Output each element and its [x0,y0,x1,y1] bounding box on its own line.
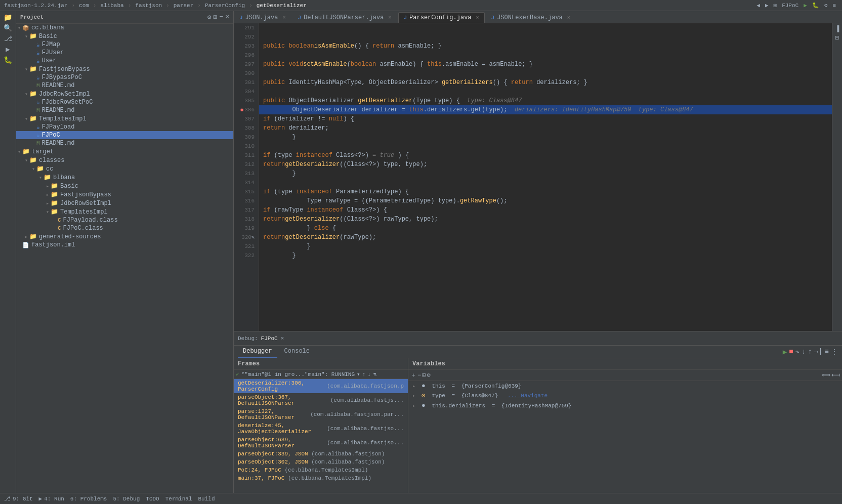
tree-arrow-generated-sources[interactable]: ▸ [23,234,29,240]
tree-item-templates-pkg[interactable]: ▾📁TemplatesImpl [16,207,233,216]
settings-icon[interactable]: ≡ [832,3,836,9]
code-line-312[interactable]: return getDeserializer((Class<?>) type, … [259,160,832,169]
tree-item-fjpoc[interactable]: ☕FJPoC [16,131,233,139]
var-arrow-v2[interactable]: ▸ [412,393,418,399]
git-status[interactable]: ⎇ 9: Git [4,495,33,502]
breakpoint-icon-386[interactable]: ● [239,106,244,114]
frame-item-f7[interactable]: parseObject:302, JSON (com.alibaba.fastj… [234,458,408,466]
code-line-318[interactable]: return getDeserializer((Class<?>) rawTyp… [259,215,832,224]
gutter-line-297[interactable]: 297 [234,60,259,69]
sidebar-close-icon[interactable]: × [225,13,229,21]
remove-watch-icon[interactable]: − [417,372,421,379]
tree-arrow-templates-pkg[interactable]: ▾ [45,209,51,215]
tree-item-cc-blbana[interactable]: ▾📦cc.blbana [16,24,233,32]
breadcrumb-parserconfig[interactable]: ParserConfig [205,3,245,9]
build-status[interactable]: Build [198,496,215,502]
gutter-line-319[interactable]: 319 [234,224,259,233]
copy-value-icon[interactable]: ⊞ [422,371,426,379]
tree-arrow-basic-pkg[interactable]: ▸ [45,183,51,189]
gutter-line-311[interactable]: 311 [234,151,259,160]
tree-arrow-classes[interactable]: ▾ [23,157,29,163]
gutter-line-308[interactable]: 308 [234,123,259,133]
code-line-321[interactable]: } [259,242,832,251]
gutter-line-312[interactable]: 312 [234,160,259,169]
code-line-305[interactable]: public ObjectDeserializer getDeserialize… [259,96,832,105]
gear-icon[interactable]: ⚙ [824,2,828,9]
run-icon2[interactable]: ▶ [6,45,10,54]
tree-item-fjpayload[interactable]: ☕FJPayload [16,123,233,131]
gutter-line-315[interactable]: 315 [234,187,259,196]
tree-item-readme1[interactable]: MREADME.md [16,81,233,90]
run-status[interactable]: ▶ 4: Run [39,495,64,502]
settings-watch-icon[interactable]: ⚙ [427,371,430,379]
tree-item-fjpoc-class[interactable]: CFJPoC.class [16,224,233,232]
todo-status[interactable]: TODO [146,496,159,502]
tree-item-fjdbcrowsetpoc[interactable]: ☕FJdbcRowSetPoC [16,98,233,106]
fold-icon[interactable]: ⊟ [835,34,839,42]
code-line-307[interactable]: if (derializer != null) { [259,114,832,123]
debug-icon[interactable]: 🐛 [812,2,819,9]
find-icon[interactable]: 🔍 [4,24,12,32]
debug-bar-title[interactable]: FJPoC [261,335,278,342]
gutter-line-304[interactable]: 304 [234,87,259,96]
gutter-line-305[interactable]: 305 [234,96,259,105]
sidebar-expand-icon[interactable]: ⊞ [214,13,218,21]
step-into-icon[interactable]: ↓ [802,348,806,356]
terminal-status[interactable]: Terminal [165,496,192,502]
tree-item-readme2[interactable]: MREADME.md [16,106,233,114]
expand-all-icon[interactable]: ⟺ [822,371,830,379]
gutter-line-316[interactable]: 316 [234,196,259,205]
gutter-line-300[interactable]: 300 [234,69,259,78]
code-line-386[interactable]: ObjectDeserializer derializer = this.der… [259,105,832,114]
sidebar-gear-icon[interactable]: ⚙ [207,13,212,21]
minimap-icon[interactable]: ▐ [835,25,839,33]
gutter-line-317[interactable]: 317 [234,205,259,215]
tree-item-fjbypasspoc[interactable]: ☕FJBypassPoC [16,73,233,81]
nav-forward-icon[interactable]: ▶ [765,2,769,9]
code-line-315[interactable]: if (type instanceof ParameterizedType) { [259,187,832,196]
code-line-309[interactable]: } [259,133,832,142]
run-config-label[interactable]: FJPoC [782,3,798,9]
tab-json-java[interactable]: JJSON.java× [234,12,291,23]
collapse-all-icon[interactable]: ⟻ [831,371,840,379]
code-line-308[interactable]: return derializer; [259,123,832,133]
code-line-322[interactable]: } [259,251,832,260]
tab-debugger[interactable]: Debugger [238,346,277,358]
evaluate-icon[interactable]: ≡ [825,348,829,356]
debug-side-icon[interactable]: 🐛 [4,56,12,64]
tree-item-fjuser[interactable]: ☕FJUser [16,49,233,57]
code-line-316[interactable]: Type rawType = ((ParameterizedType) type… [259,196,832,205]
thread-selector[interactable]: ✓ *"main"@1 in gro..."main": RUNNING ▾ ↑… [234,370,408,379]
breadcrumb-alibaba[interactable]: alibaba [100,3,123,9]
gutter-line-386[interactable]: ●386 [234,105,259,114]
code-line-314[interactable] [259,178,832,187]
more-icon[interactable]: ⋮ [831,348,838,356]
thread-dropdown-icon[interactable]: ▾ [357,371,360,377]
resume-icon[interactable]: ▶ [783,348,787,356]
tree-arrow-cc-blbana[interactable]: ▾ [16,25,22,31]
gutter-line-318[interactable]: 318 [234,215,259,224]
tab-json-lexer-base[interactable]: JJSONLexerBase.java× [486,12,576,23]
tree-arrow-cc-pkg[interactable]: ▾ [30,166,36,172]
code-line-293[interactable]: public boolean isAsmEnable() { return as… [259,41,832,51]
var-arrow-v1[interactable]: ▸ [412,383,418,389]
tab-parser-config[interactable]: JParserConfig.java× [398,12,485,23]
var-arrow-v3[interactable]: ▸ [412,403,418,409]
frame-item-f5[interactable]: parseObject:639, DefaultJSONParser (com.… [234,436,408,450]
tree-item-templatesimpl[interactable]: ▾📁TemplatesImpl [16,114,233,123]
tab-close-default-json-parser[interactable]: × [388,15,391,21]
gutter-line-314[interactable]: 314 [234,178,259,187]
code-line-304[interactable] [259,87,832,96]
tree-item-cc-pkg[interactable]: ▾📁cc [16,164,233,173]
code-line-320[interactable]: return getDeserializer(rawType); [259,233,832,242]
gutter-line-322[interactable]: 322 [234,251,259,260]
add-watch-icon[interactable]: ＋ [410,371,416,380]
tree-item-basic[interactable]: ▾📁Basic [16,32,233,40]
breadcrumb-com[interactable]: com [79,3,89,9]
code-line-296[interactable] [259,51,832,60]
tab-console[interactable]: Console [279,346,315,358]
code-line-310[interactable] [259,142,832,151]
frame-item-f1[interactable]: getDeserializer:306, ParserConfig (com.a… [234,379,408,393]
code-line-291[interactable] [259,23,832,32]
project-icon[interactable]: 📁 [4,13,12,22]
